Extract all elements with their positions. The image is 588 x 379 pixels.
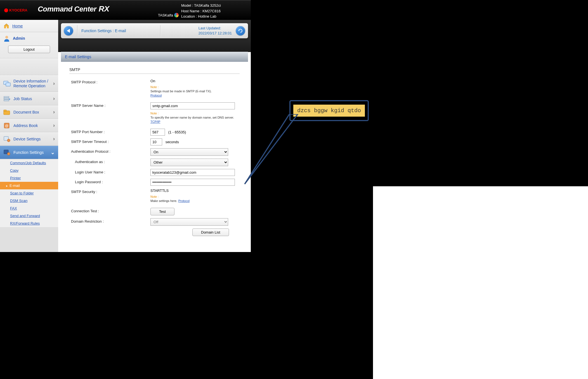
nav-job-status[interactable]: Job Status › bbox=[0, 92, 58, 105]
auth-as-label: Authentication as : bbox=[69, 159, 150, 164]
test-button[interactable]: Test bbox=[150, 208, 174, 215]
divider bbox=[77, 25, 77, 36]
smtp-security-label: SMTP Security : bbox=[69, 189, 150, 194]
domain-list-button[interactable]: Domain List bbox=[192, 229, 229, 236]
auth-as-select[interactable]: Other bbox=[150, 159, 228, 166]
nav-device-settings[interactable]: Device Settings › bbox=[0, 132, 58, 146]
nav-document-box[interactable]: Document Box › bbox=[0, 105, 58, 119]
svg-rect-5 bbox=[4, 100, 9, 101]
user-icon bbox=[3, 35, 10, 42]
nav-label: Device Information / Remote Operation bbox=[13, 79, 50, 88]
panel-title: E-mail Settings bbox=[61, 52, 248, 62]
smtp-port-label: SMTP Port Number : bbox=[69, 129, 150, 134]
svg-point-13 bbox=[7, 152, 10, 155]
content-header: Function Settings : E-mail Last Updated:… bbox=[61, 23, 248, 38]
svg-rect-2 bbox=[6, 83, 10, 86]
back-button[interactable] bbox=[64, 26, 73, 36]
password-reveal-text: dzcs bggw kgid qtdo bbox=[293, 105, 365, 117]
nav-address-book[interactable]: @ Address Book › bbox=[0, 119, 58, 132]
login-pass-input[interactable] bbox=[150, 179, 235, 186]
nav-label: Function Settings bbox=[13, 150, 48, 155]
home-block[interactable]: Home bbox=[0, 20, 58, 32]
address-book-icon: @ bbox=[3, 123, 11, 129]
subnav-copy[interactable]: Copy bbox=[0, 167, 58, 174]
domain-restrict-select[interactable]: Off bbox=[150, 218, 228, 226]
login-user-label: Login User Name : bbox=[69, 169, 150, 174]
folder-icon bbox=[3, 109, 11, 115]
svg-text:@: @ bbox=[5, 124, 8, 128]
protocol-link[interactable]: Protocol bbox=[150, 94, 162, 97]
note-text: Make settings here. bbox=[150, 199, 177, 203]
subnav-email[interactable]: E-mail bbox=[0, 182, 58, 189]
content: Function Settings : E-mail Last Updated:… bbox=[58, 20, 251, 252]
svg-point-11 bbox=[7, 139, 10, 142]
subnav-dsm-scan[interactable]: DSM Scan bbox=[0, 197, 58, 204]
divider bbox=[160, 25, 160, 36]
admin-block: Admin Logout bbox=[0, 32, 58, 58]
app-window: KYOCERA Command Center RX TASKalfa Model… bbox=[0, 0, 251, 252]
note-label: Note : bbox=[150, 195, 159, 198]
taskalfa-badge: TASKalfa bbox=[158, 13, 179, 17]
device-info: Model : TASKalfa 3252ci Host Name : KM27… bbox=[181, 3, 221, 19]
printer-gear-icon bbox=[3, 136, 11, 142]
svg-rect-4 bbox=[4, 98, 9, 99]
callout-tail-icon bbox=[242, 114, 303, 187]
title-rx: RX bbox=[99, 4, 109, 13]
subnav-rx-forward-rules[interactable]: RX/Forward Rules bbox=[0, 220, 58, 227]
logout-button[interactable]: Logout bbox=[8, 46, 50, 53]
smtp-port-input[interactable] bbox=[150, 129, 165, 136]
smtp-timeout-input[interactable] bbox=[150, 138, 162, 145]
subnav-fax[interactable]: FAX bbox=[0, 204, 58, 212]
timeout-unit: seconds bbox=[166, 140, 179, 144]
chevron-right-icon: › bbox=[53, 96, 55, 102]
subnav-common-defaults[interactable]: Common/Job Defaults bbox=[0, 159, 58, 167]
note-label: Note : bbox=[150, 112, 159, 115]
chevron-down-icon: ⌄ bbox=[51, 149, 55, 156]
nav-function-settings[interactable]: Function Settings ⌄ bbox=[0, 146, 58, 159]
refresh-icon bbox=[238, 28, 243, 34]
taskalfa-text: TASKalfa bbox=[158, 13, 173, 17]
logo-area: KYOCERA bbox=[4, 8, 27, 12]
refresh-button[interactable] bbox=[236, 26, 245, 36]
conn-test-label: Connection Test : bbox=[69, 208, 150, 213]
login-user-input[interactable] bbox=[150, 169, 235, 176]
smtp-protocol-value: On bbox=[150, 79, 240, 83]
monitor-icon bbox=[3, 81, 11, 87]
chevron-right-icon: › bbox=[53, 123, 55, 128]
sidebar: Home Admin Logout Device Information / R… bbox=[0, 20, 58, 252]
nav-label: Document Box bbox=[13, 110, 50, 114]
body: Home Admin Logout Device Information / R… bbox=[0, 20, 251, 252]
svg-marker-14 bbox=[245, 114, 298, 184]
nav-label: Address Book bbox=[13, 123, 50, 128]
smtp-server-input[interactable] bbox=[150, 102, 235, 109]
auth-protocol-select[interactable]: On bbox=[150, 148, 228, 156]
protocol-link2[interactable]: Protocol bbox=[178, 199, 190, 203]
chevron-right-icon: › bbox=[53, 136, 55, 142]
home-icon bbox=[3, 23, 10, 29]
auth-protocol-label: Authentication Protocol : bbox=[69, 148, 150, 154]
subnav-printer[interactable]: Printer bbox=[0, 174, 58, 182]
document-stack-icon bbox=[3, 96, 11, 102]
smtp-server-label: SMTP Server Name : bbox=[69, 102, 150, 108]
swirl-icon bbox=[174, 13, 179, 17]
nav-device-information[interactable]: Device Information / Remote Operation › bbox=[0, 75, 58, 92]
breadcrumb: Function Settings : E-mail bbox=[81, 29, 126, 33]
svg-rect-3 bbox=[4, 96, 9, 98]
chevron-right-icon: › bbox=[53, 109, 55, 115]
admin-label: Admin bbox=[13, 36, 25, 41]
kyocera-mark-icon bbox=[4, 8, 8, 12]
note-label: Note : bbox=[150, 85, 159, 89]
subnav-send-forward[interactable]: Send and Forward bbox=[0, 212, 58, 220]
chevron-right-icon: › bbox=[53, 81, 55, 87]
note-text: Settings must be made in SMTP (E-mail TX… bbox=[150, 90, 212, 93]
brand-text: KYOCERA bbox=[9, 8, 27, 12]
nav-label: Device Settings bbox=[13, 137, 50, 141]
note-text: To specify the server name by domain nam… bbox=[150, 116, 234, 119]
title-main: Command Center bbox=[38, 5, 96, 13]
annotation-callout: dzcs bggw kgid qtdo bbox=[289, 100, 369, 121]
home-link[interactable]: Home bbox=[12, 24, 23, 28]
product-title: Command Center RX bbox=[34, 4, 109, 13]
tcpip-link[interactable]: TCP/IP bbox=[150, 120, 160, 123]
subnav-scan-to-folder[interactable]: Scan to Folder bbox=[0, 189, 58, 197]
function-gear-icon bbox=[3, 149, 11, 156]
